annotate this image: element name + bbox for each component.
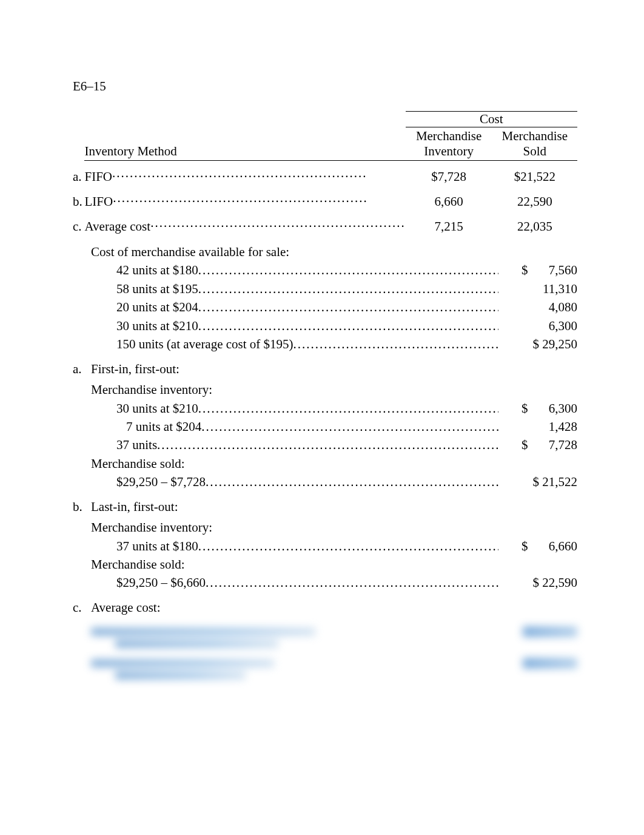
leader-dots (198, 280, 498, 298)
obscured-content (73, 624, 577, 683)
col-method-header: Inventory Method (84, 127, 405, 161)
method-name: Average cost (84, 219, 150, 234)
row-label: a. (73, 161, 84, 186)
col-sold-header: MerchandiseSold (492, 129, 577, 159)
list-item: 7 units at $204 1,428 (73, 418, 577, 436)
leader-dots (201, 418, 498, 436)
leader-dots (293, 335, 498, 353)
line-amount: 4,080 (498, 298, 577, 316)
section-label: c. (73, 598, 91, 617)
method-name: FIFO (84, 169, 112, 184)
section-title: First-in, first-out: (91, 360, 179, 378)
method-name: LIFO (84, 194, 113, 209)
line-text: 30 units at $210 (116, 399, 198, 418)
line-amount: 7,560 (528, 261, 578, 279)
exercise-number: E6–15 (73, 79, 577, 94)
section-label: a. (73, 360, 91, 378)
group-heading: Merchandise inventory: (91, 380, 212, 399)
group-heading: Merchandise sold: (91, 455, 185, 473)
cost-summary-table: Cost Inventory Method MerchandiseInvento… (73, 111, 577, 235)
line-amount: 6,300 (498, 317, 577, 335)
line-amount: $ 29,250 (498, 335, 577, 353)
leader-dots (198, 399, 498, 418)
section-title: Average cost: (91, 598, 160, 617)
line-amount: 6,660 (528, 537, 578, 555)
list-item: 37 units at $180 $6,660 (73, 537, 577, 555)
line-text: 58 units at $195 (116, 280, 198, 298)
line-amount: $ 22,590 (498, 573, 577, 592)
leader-dots (198, 317, 498, 335)
leader-dots (113, 191, 368, 209)
line-text: 7 units at $204 (126, 418, 201, 436)
line-text: 37 units (116, 436, 157, 454)
list-item: $29,250 – $7,728 $ 21,522 (73, 473, 577, 491)
section-title: Last-in, first-out: (91, 498, 178, 516)
col-inventory-header: MerchandiseInventory (406, 129, 492, 159)
leader-dots (150, 215, 406, 234)
cost-avail-title: Cost of merchandise available for sale: (91, 243, 289, 261)
table-row: c. Average cost 7,215 22,035 (73, 211, 577, 235)
line-text: 42 units at $180 (116, 261, 198, 279)
line-amount: 7,728 (528, 436, 578, 454)
line-amount: 11,310 (498, 280, 577, 298)
group-heading: Merchandise sold: (91, 555, 185, 573)
leader-dots (198, 298, 498, 316)
list-item: 30 units at $210 6,300 (73, 317, 577, 335)
line-text: $29,250 – $7,728 (116, 473, 206, 491)
list-item: 30 units at $210 $6,300 (73, 399, 577, 418)
inv-value: 7,215 (406, 211, 492, 235)
list-item: $29,250 – $6,660 $ 22,590 (73, 573, 577, 592)
sold-value: 22,590 (492, 186, 577, 211)
line-text: 37 units at $180 (116, 537, 198, 555)
row-label: c. (73, 211, 84, 235)
line-text: 150 units (at average cost of $195) (116, 335, 293, 353)
leader-dots (112, 166, 367, 184)
leader-dots (198, 537, 498, 555)
sold-value: $21,522 (492, 161, 577, 186)
leader-dots (206, 573, 498, 592)
table-row: a. FIFO $7,728 $21,522 (73, 161, 577, 186)
line-text: 30 units at $210 (116, 317, 198, 335)
inv-value: 6,660 (406, 186, 492, 211)
section-label: b. (73, 498, 91, 516)
line-amount: $ 21,522 (498, 473, 577, 491)
table-row: b. LIFO 6,660 22,590 (73, 186, 577, 211)
row-label: b. (73, 186, 84, 211)
group-heading: Merchandise inventory: (91, 518, 212, 536)
list-item: 150 units (at average cost of $195) $ 29… (73, 335, 577, 353)
list-item: 37 units $7,728 (73, 436, 577, 454)
list-item: 58 units at $195 11,310 (73, 280, 577, 298)
line-amount: 6,300 (528, 399, 578, 418)
line-text: $29,250 – $6,660 (116, 573, 206, 592)
cost-header: Cost (406, 112, 577, 127)
leader-dots (198, 261, 498, 279)
leader-dots (206, 473, 498, 491)
leader-dots (157, 436, 498, 454)
list-item: 42 units at $180 $7,560 (73, 261, 577, 279)
line-amount: 1,428 (498, 418, 577, 436)
line-text: 20 units at $204 (116, 298, 198, 316)
sold-value: 22,035 (492, 211, 577, 235)
list-item: 20 units at $204 4,080 (73, 298, 577, 316)
inv-value: $7,728 (406, 161, 492, 186)
